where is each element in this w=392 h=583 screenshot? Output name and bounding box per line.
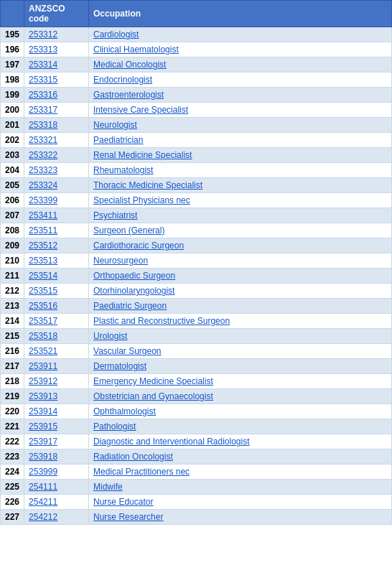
- anzsco-code[interactable]: 253322: [24, 148, 89, 163]
- anzsco-code[interactable]: 253313: [24, 42, 89, 57]
- row-number: 199: [1, 88, 24, 103]
- table-row: 210253513Neurosurgeon: [1, 253, 392, 269]
- anzsco-code[interactable]: 253321: [24, 133, 89, 148]
- anzsco-code[interactable]: 253411: [24, 208, 89, 223]
- anzsco-code[interactable]: 253513: [24, 253, 89, 269]
- anzsco-code[interactable]: 253517: [24, 314, 89, 329]
- occupation-name[interactable]: Cardiothoracic Surgeon: [89, 238, 392, 253]
- occupation-name[interactable]: Paediatric Surgeon: [89, 299, 392, 314]
- anzsco-code[interactable]: 253324: [24, 178, 89, 193]
- occupation-name[interactable]: Ophthalmologist: [89, 404, 392, 419]
- anzsco-code[interactable]: 253514: [24, 269, 89, 284]
- table-row: 200253317Intensive Care Specialist: [1, 103, 392, 118]
- row-number: 203: [1, 148, 24, 163]
- occupation-name[interactable]: Radiation Oncologist: [89, 449, 392, 465]
- occupation-name[interactable]: Diagnostic and Interventional Radiologis…: [89, 434, 392, 449]
- occupation-name[interactable]: Urologist: [89, 329, 392, 344]
- anzsco-code[interactable]: 253399: [24, 193, 89, 208]
- header-occupation: Occupation: [89, 1, 392, 27]
- row-number: 211: [1, 269, 24, 284]
- occupation-name[interactable]: Vascular Surgeon: [89, 344, 392, 359]
- occupation-name[interactable]: Clinical Haematologist: [89, 42, 392, 57]
- occupation-name[interactable]: Emergency Medicine Specialist: [89, 374, 392, 389]
- anzsco-code[interactable]: 253315: [24, 73, 89, 88]
- row-number: 216: [1, 344, 24, 359]
- row-number: 205: [1, 178, 24, 193]
- anzsco-code[interactable]: 253914: [24, 404, 89, 419]
- row-number: 226: [1, 495, 24, 510]
- anzsco-code[interactable]: 253917: [24, 434, 89, 449]
- anzsco-code[interactable]: 253318: [24, 118, 89, 133]
- occupation-name[interactable]: Paediatrician: [89, 133, 392, 148]
- anzsco-code[interactable]: 253911: [24, 359, 89, 374]
- occupation-name[interactable]: Specialist Physicians nec: [89, 193, 392, 208]
- anzsco-code[interactable]: 253314: [24, 57, 89, 73]
- occupation-name[interactable]: Nurse Researcher: [89, 510, 392, 525]
- anzsco-code[interactable]: 253511: [24, 223, 89, 238]
- anzsco-code[interactable]: 253518: [24, 329, 89, 344]
- occupation-name[interactable]: Surgeon (General): [89, 223, 392, 238]
- occupation-table: ANZSCO code Occupation 195253312Cardiolo…: [0, 0, 392, 525]
- table-row: 208253511Surgeon (General): [1, 223, 392, 238]
- anzsco-code[interactable]: 253516: [24, 299, 89, 314]
- occupation-name[interactable]: Intensive Care Specialist: [89, 103, 392, 118]
- anzsco-code[interactable]: 254212: [24, 510, 89, 525]
- row-number: 213: [1, 299, 24, 314]
- row-number: 219: [1, 389, 24, 404]
- row-number: 204: [1, 163, 24, 178]
- anzsco-code[interactable]: 253918: [24, 449, 89, 465]
- occupation-name[interactable]: Gastroenterologist: [89, 88, 392, 103]
- table-row: 201253318Neurologist: [1, 118, 392, 133]
- occupation-name[interactable]: Pathologist: [89, 419, 392, 434]
- occupation-name[interactable]: Midwife: [89, 480, 392, 495]
- occupation-name[interactable]: Neurosurgeon: [89, 253, 392, 269]
- anzsco-code[interactable]: 253312: [24, 27, 89, 42]
- anzsco-code[interactable]: 253521: [24, 344, 89, 359]
- occupation-name[interactable]: Medical Oncologist: [89, 57, 392, 73]
- table-row: 202253321Paediatrician: [1, 133, 392, 148]
- row-number: 207: [1, 208, 24, 223]
- row-number: 196: [1, 42, 24, 57]
- anzsco-code[interactable]: 253915: [24, 419, 89, 434]
- row-number: 206: [1, 193, 24, 208]
- anzsco-code[interactable]: 254211: [24, 495, 89, 510]
- anzsco-code[interactable]: 254111: [24, 480, 89, 495]
- occupation-name[interactable]: Renal Medicine Specialist: [89, 148, 392, 163]
- anzsco-code[interactable]: 253999: [24, 465, 89, 480]
- occupation-name[interactable]: Orthopaedic Surgeon: [89, 269, 392, 284]
- table-row: 227254212Nurse Researcher: [1, 510, 392, 525]
- row-number: 225: [1, 480, 24, 495]
- anzsco-code[interactable]: 253316: [24, 88, 89, 103]
- anzsco-code[interactable]: 253323: [24, 163, 89, 178]
- occupation-name[interactable]: Thoracic Medicine Specialist: [89, 178, 392, 193]
- row-number: 195: [1, 27, 24, 42]
- row-number: 214: [1, 314, 24, 329]
- row-number: 224: [1, 465, 24, 480]
- anzsco-code[interactable]: 253913: [24, 389, 89, 404]
- occupation-name[interactable]: Psychiatrist: [89, 208, 392, 223]
- occupation-name[interactable]: Medical Practitioners nec: [89, 465, 392, 480]
- occupation-name[interactable]: Obstetrician and Gynaecologist: [89, 389, 392, 404]
- row-number: 217: [1, 359, 24, 374]
- row-number: 227: [1, 510, 24, 525]
- occupation-name[interactable]: Plastic and Reconstructive Surgeon: [89, 314, 392, 329]
- occupation-name[interactable]: Otorhinolaryngologist: [89, 284, 392, 299]
- row-number: 209: [1, 238, 24, 253]
- occupation-name[interactable]: Neurologist: [89, 118, 392, 133]
- occupation-name[interactable]: Endocrinologist: [89, 73, 392, 88]
- table-row: 221253915Pathologist: [1, 419, 392, 434]
- occupation-name[interactable]: Cardiologist: [89, 27, 392, 42]
- table-row: 225254111Midwife: [1, 480, 392, 495]
- anzsco-code[interactable]: 253912: [24, 374, 89, 389]
- anzsco-code[interactable]: 253515: [24, 284, 89, 299]
- table-row: 203253322Renal Medicine Specialist: [1, 148, 392, 163]
- anzsco-code[interactable]: 253512: [24, 238, 89, 253]
- anzsco-code[interactable]: 253317: [24, 103, 89, 118]
- row-number: 218: [1, 374, 24, 389]
- occupation-name[interactable]: Rheumatologist: [89, 163, 392, 178]
- table-row: 204253323Rheumatologist: [1, 163, 392, 178]
- table-row: 224253999Medical Practitioners nec: [1, 465, 392, 480]
- table-row: 222253917Diagnostic and Interventional R…: [1, 434, 392, 449]
- occupation-name[interactable]: Nurse Educator: [89, 495, 392, 510]
- occupation-name[interactable]: Dermatologist: [89, 359, 392, 374]
